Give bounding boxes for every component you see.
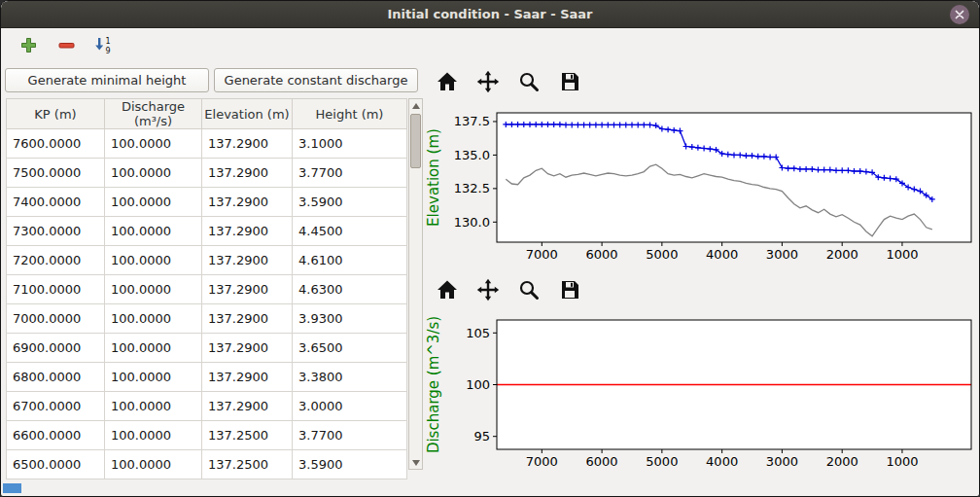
table-body: 7600.0000100.0000137.29003.10007500.0000… <box>7 129 407 479</box>
table-cell[interactable]: 100.0000 <box>105 421 202 450</box>
table-cell[interactable]: 100.0000 <box>105 159 202 188</box>
table-cell[interactable]: 137.2500 <box>202 450 293 479</box>
elevation-chart[interactable]: 7000600050004000300020001000130.0132.513… <box>423 101 977 271</box>
scrollbar-up-arrow[interactable] <box>409 99 422 112</box>
scrollbar-down-arrow[interactable] <box>409 456 422 469</box>
initial-condition-window: Initial condition - Saar - Saar 1 9 <box>0 0 980 497</box>
table-cell[interactable]: 6500.0000 <box>7 450 105 479</box>
table-cell[interactable]: 7600.0000 <box>7 129 105 159</box>
table-row: 6700.0000100.0000137.29003.0000 <box>7 392 407 421</box>
table-cell[interactable]: 7200.0000 <box>7 246 105 275</box>
initial-condition-table-zone: KP (m)Discharge (m³/s)Elevation (m)Heigh… <box>6 98 407 479</box>
window-title: Initial condition - Saar - Saar <box>387 7 592 21</box>
move-icon <box>476 70 500 93</box>
discharge-save-button[interactable] <box>557 277 582 302</box>
table-cell[interactable]: 3.6500 <box>293 334 407 363</box>
table-cell[interactable]: 3.5900 <box>293 450 407 479</box>
table-cell[interactable]: 4.6100 <box>293 246 407 275</box>
discharge-pan-button[interactable] <box>475 277 501 302</box>
table-cell[interactable]: 7300.0000 <box>7 217 105 246</box>
column-header[interactable]: Height (m) <box>293 99 407 129</box>
table-cell[interactable]: 137.2900 <box>202 392 293 421</box>
floppy-icon <box>558 278 581 302</box>
table-cell[interactable]: 4.4500 <box>293 217 407 246</box>
svg-text:7000: 7000 <box>526 247 558 262</box>
table-cell[interactable]: 137.2900 <box>202 334 293 363</box>
elevation-zoom-button[interactable] <box>516 69 542 94</box>
generate-constant-discharge-button[interactable]: Generate constant discharge <box>214 68 418 92</box>
home-icon <box>436 70 459 93</box>
table-cell[interactable]: 137.2900 <box>202 129 293 159</box>
table-cell[interactable]: 6800.0000 <box>7 363 105 392</box>
table-cell[interactable]: 137.2900 <box>202 159 293 188</box>
magnifier-icon <box>517 70 541 93</box>
triangle-down-icon <box>412 460 420 466</box>
table-cell[interactable]: 7100.0000 <box>7 275 105 304</box>
table-cell[interactable]: 137.2900 <box>202 188 293 217</box>
table-cell[interactable]: 6600.0000 <box>7 421 105 450</box>
svg-text:6000: 6000 <box>586 454 618 469</box>
table-cell[interactable]: 137.2900 <box>202 275 293 304</box>
add-row-button[interactable] <box>17 34 40 57</box>
table-row: 6600.0000100.0000137.25003.7700 <box>7 421 407 450</box>
triangle-up-icon <box>412 103 420 109</box>
remove-row-button[interactable] <box>54 34 78 57</box>
table-cell[interactable]: 3.3800 <box>293 363 407 392</box>
table-cell[interactable]: 100.0000 <box>105 363 202 392</box>
elevation-home-button[interactable] <box>435 69 460 94</box>
column-header[interactable]: Elevation (m) <box>202 99 293 129</box>
sort-button[interactable]: 1 9 <box>92 34 116 57</box>
titlebar[interactable]: Initial condition - Saar - Saar <box>1 1 979 28</box>
plots-pane: 7000600050004000300020001000130.0132.513… <box>423 61 979 496</box>
table-cell[interactable]: 3.1000 <box>293 129 407 159</box>
table-cell[interactable]: 3.7700 <box>293 159 407 188</box>
close-button[interactable] <box>950 5 969 24</box>
table-cell[interactable]: 100.0000 <box>105 392 202 421</box>
svg-text:135.0: 135.0 <box>454 148 490 162</box>
table-cell[interactable]: 100.0000 <box>105 188 202 217</box>
table-cell[interactable]: 100.0000 <box>105 334 202 363</box>
table-cell[interactable]: 7400.0000 <box>7 188 105 217</box>
elevation-pan-button[interactable] <box>475 69 501 94</box>
table-cell[interactable]: 3.5900 <box>293 188 407 217</box>
elevation-plot-toolbar <box>423 61 979 101</box>
corner-indicator <box>3 483 21 493</box>
svg-text:4000: 4000 <box>706 454 738 469</box>
elevation-save-button[interactable] <box>557 69 582 94</box>
column-header[interactable]: KP (m) <box>7 99 105 129</box>
table-cell[interactable]: 100.0000 <box>105 450 202 479</box>
table-cell[interactable]: 6700.0000 <box>7 392 105 421</box>
scrollbar-thumb[interactable] <box>410 114 421 168</box>
minus-icon <box>58 37 75 53</box>
table-cell[interactable]: 3.7700 <box>293 421 407 450</box>
column-header[interactable]: Discharge (m³/s) <box>105 99 202 129</box>
table-cell[interactable]: 100.0000 <box>105 129 202 159</box>
table-cell[interactable]: 137.2500 <box>202 421 293 450</box>
svg-text:2000: 2000 <box>826 454 858 469</box>
table-cell[interactable]: 100.0000 <box>105 217 202 246</box>
table-row: 7000.0000100.0000137.29003.9300 <box>7 304 407 334</box>
table-cell[interactable]: 100.0000 <box>105 275 202 304</box>
svg-text:9: 9 <box>105 47 110 55</box>
table-cell[interactable]: 137.2900 <box>202 246 293 275</box>
table-cell[interactable]: 137.2900 <box>202 217 293 246</box>
table-vertical-scrollbar[interactable] <box>408 98 423 470</box>
close-icon <box>955 10 964 19</box>
table-cell[interactable]: 7500.0000 <box>7 159 105 188</box>
table-cell[interactable]: 100.0000 <box>105 246 202 275</box>
table-row: 7100.0000100.0000137.29004.6300 <box>7 275 407 304</box>
generate-minimal-height-button[interactable]: Generate minimal height <box>5 68 209 92</box>
table-cell[interactable]: 100.0000 <box>105 304 202 334</box>
table-cell[interactable]: 4.6300 <box>293 275 407 304</box>
table-cell[interactable]: 137.2900 <box>202 363 293 392</box>
generate-buttons-row: Generate minimal height Generate constan… <box>1 61 423 92</box>
table-cell[interactable]: 6900.0000 <box>7 334 105 363</box>
discharge-zoom-button[interactable] <box>516 277 542 302</box>
table-cell[interactable]: 7000.0000 <box>7 304 105 334</box>
table-cell[interactable]: 3.0000 <box>293 392 407 421</box>
table-cell[interactable]: 137.2900 <box>202 304 293 334</box>
discharge-chart[interactable]: 700060005000400030002000100095100105Disc… <box>423 308 977 479</box>
left-pane: Generate minimal height Generate constan… <box>1 61 423 496</box>
table-cell[interactable]: 3.9300 <box>293 304 407 334</box>
discharge-home-button[interactable] <box>435 277 460 302</box>
